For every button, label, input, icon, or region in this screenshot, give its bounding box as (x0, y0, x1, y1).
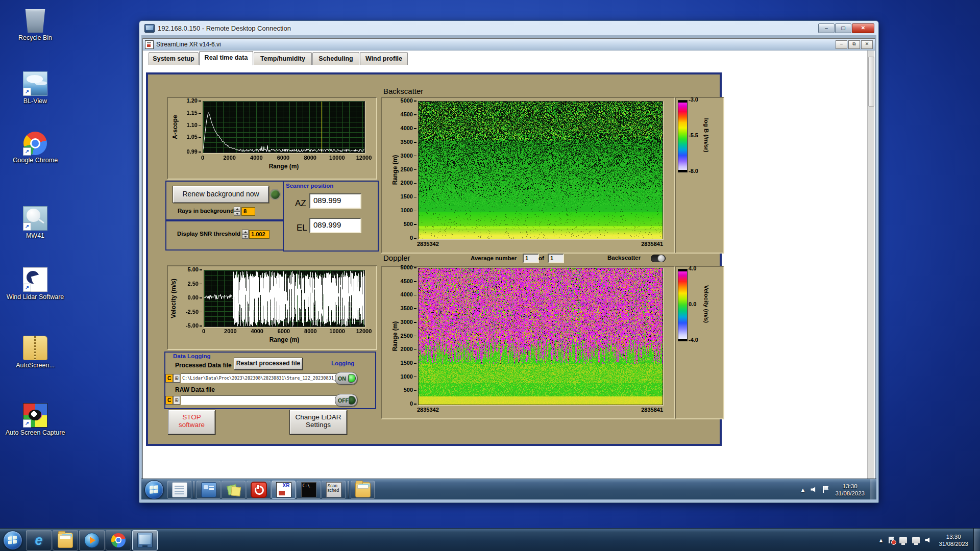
tab-temp-humidity[interactable]: Temp/humidity (254, 52, 312, 65)
backscatter-plot (418, 101, 663, 239)
tab-wind-profile[interactable]: Wind profile (360, 52, 408, 65)
az-value-field[interactable]: 089.999 (309, 193, 361, 209)
backscatter-ytick: 1500 (386, 193, 416, 199)
processed-logging-toggle[interactable]: ON (335, 372, 357, 385)
velocity-xtick: 2000 (215, 328, 246, 334)
restart-processed-file-button[interactable]: Restart processed file (234, 358, 303, 370)
velocity-canvas (204, 270, 364, 327)
host-network-icon[interactable] (912, 537, 920, 543)
change-lidar-settings-button[interactable]: Change LiDAR Settings (289, 410, 347, 435)
rdp-maximize-button[interactable]: ▢ (835, 23, 851, 33)
doppler-ytick: 2000 (386, 346, 416, 352)
host-taskbar-internet-explorer-button[interactable]: e (26, 530, 52, 550)
renew-background-button[interactable]: Renew background now (173, 186, 269, 203)
host-volume-icon[interactable] (925, 537, 932, 543)
host-taskbar-file-explorer-button[interactable] (53, 530, 78, 550)
app-minimize-button[interactable]: – (836, 40, 847, 49)
desktop: Recycle Bin↗BL-View↗Google Chrome↗MW41↗W… (0, 0, 980, 551)
host-action-center-icon[interactable] (889, 537, 894, 543)
rays-value-field[interactable]: 8 (241, 207, 255, 216)
remote-taskbar-shutdown-button[interactable] (247, 481, 271, 499)
remote-taskbar-command-prompt-button[interactable]: C:\_ (297, 481, 321, 499)
app-restore-button[interactable]: ⧉ (848, 40, 860, 49)
backscatter-toggle[interactable] (651, 255, 666, 262)
google-chrome-icon: ↗ (23, 132, 47, 155)
tab-system-setup[interactable]: System setup (149, 52, 199, 65)
backscatter-ytick: 500 (386, 221, 416, 227)
remote-taskbar-display-settings-button[interactable] (197, 481, 220, 499)
backscatter-toggle-label: Backscatter (607, 255, 641, 261)
snr-spinner[interactable] (242, 230, 249, 239)
remote-volume-icon[interactable] (811, 487, 818, 493)
desktop-icon-label: Auto Screen Capture (3, 429, 67, 437)
remote-taskbar-streamline-xr-button[interactable]: XR (272, 481, 296, 499)
rdp-minimize-button[interactable]: – (818, 23, 835, 33)
rdp-titlebar[interactable]: 192.168.0.150 - Remote Desktop Connectio… (139, 21, 878, 35)
remote-show-desktop-button[interactable] (870, 479, 876, 499)
desktop-icon-autoscreen-zip[interactable]: AutoScreen... (3, 336, 67, 369)
desktop-icon-auto-screen-capture[interactable]: ↗Auto Screen Capture (3, 403, 67, 437)
vertical-scrollbar[interactable] (867, 51, 874, 479)
app-close-button[interactable]: ✕ (861, 40, 873, 49)
host-show-desktop-button[interactable] (973, 529, 980, 551)
tab-real-time-data[interactable]: Real time data (199, 51, 253, 65)
processed-path-input[interactable]: C:\Lidar\Data\Proc\2023\202308\20230831\… (181, 373, 342, 383)
raw-path-type-icon[interactable]: ⊞ (173, 396, 180, 405)
tab-scheduling[interactable]: Scheduling (312, 52, 359, 65)
stop-software-button[interactable]: STOP software (168, 410, 215, 435)
average-count-field[interactable]: 1 (548, 254, 564, 263)
ascope-xtick: 2000 (214, 155, 245, 161)
desktop-icon-label: Recycle Bin (3, 34, 67, 42)
remote-taskbar: XRC:\_Scansched ▲ 13:30 31/08/2023 (141, 479, 876, 499)
desktop-icon-google-chrome[interactable]: ↗Google Chrome (3, 132, 67, 164)
raw-path-input[interactable] (181, 395, 342, 405)
taskbar-divider (348, 481, 349, 498)
host-tray-chevron-icon[interactable]: ▲ (878, 537, 884, 543)
el-value-field[interactable]: 089.999 (309, 218, 361, 233)
velocity-xtick: 12000 (349, 328, 379, 334)
remote-start-button[interactable] (144, 480, 164, 499)
host-taskbar-media-player-button[interactable] (79, 530, 105, 550)
raw-logging-toggle[interactable]: OFF (335, 394, 357, 407)
remote-taskbar-file-explorer-button[interactable] (351, 481, 375, 499)
app-titlebar[interactable]: StreamLine XR v14-6.vi –⧉✕ (143, 39, 875, 51)
ascope-xtick: 0 (187, 155, 218, 161)
shortcut-arrow-icon: ↗ (23, 284, 31, 292)
velocity-ytick: -2.50 (172, 309, 202, 315)
rdp-close-button[interactable]: ✕ (852, 23, 874, 33)
change-line2: Settings (290, 421, 347, 429)
processed-path-type-icon[interactable]: ⊞ (173, 374, 180, 383)
average-number-field[interactable]: 1 (523, 254, 539, 263)
processed-drive-badge[interactable]: C (165, 374, 173, 383)
ascope-ytick: 1.10 (170, 122, 201, 128)
remote-tray-chevron-icon[interactable]: ▲ (800, 487, 806, 493)
change-line1: Change LiDAR (290, 413, 347, 421)
doppler-ytick: 1000 (386, 373, 416, 380)
raw-drive-badge[interactable]: C (165, 396, 173, 405)
remote-taskbar-notepad-button[interactable] (167, 481, 191, 499)
remote-clock[interactable]: 13:30 31/08/2023 (835, 483, 865, 497)
rays-spinner[interactable] (234, 207, 240, 216)
doppler-ytick: 2500 (386, 333, 416, 339)
desktop-icon-wind-lidar-software[interactable]: ↗Wind Lidar Software (3, 267, 67, 301)
doppler-cbar-tick: 0.0 (689, 301, 706, 307)
remote-taskbar-scan-scheduler-button[interactable]: Scansched (322, 481, 346, 499)
desktop-icon-bl-view[interactable]: ↗BL-View (3, 71, 67, 105)
desktop-icon-mw41[interactable]: ↗MW41 (3, 206, 67, 240)
lidar-front-panel: A-scope Range (m) Renew background now R… (146, 72, 722, 446)
snr-value-field[interactable]: 1.002 (249, 230, 270, 239)
remote-action-center-icon[interactable] (823, 486, 828, 493)
remote-taskbar-sticky-notes-button[interactable] (222, 481, 246, 499)
host-taskbar-chrome-button[interactable] (106, 530, 131, 550)
host-start-button[interactable] (3, 531, 22, 550)
chrome-icon (111, 533, 126, 547)
host-clock[interactable]: 13:30 31/08/2023 (939, 533, 968, 547)
host-taskbar: e ▲ 13:30 31/08/2023 (0, 528, 980, 551)
ascope-xtick: 4000 (241, 155, 272, 161)
host-rdp-tray-icon[interactable] (899, 537, 907, 543)
remote-clock-time: 13:30 (835, 483, 865, 490)
backscatter-ytick: 5000 (386, 97, 416, 104)
host-taskbar-rdp-session-button[interactable] (132, 530, 158, 550)
scrollbar-thumb[interactable] (868, 57, 874, 107)
desktop-icon-recycle-bin[interactable]: Recycle Bin (3, 4, 67, 42)
